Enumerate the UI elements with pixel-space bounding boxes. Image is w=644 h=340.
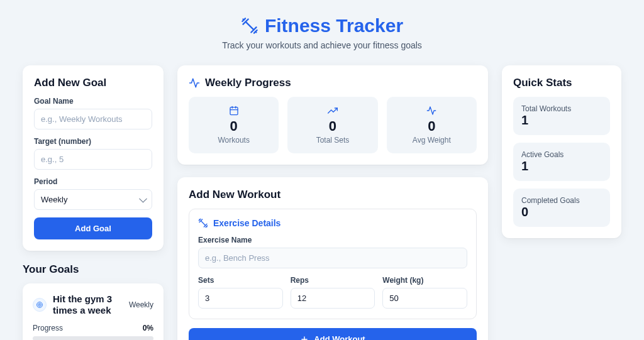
svg-point-0 xyxy=(37,302,43,308)
qstat-value: 0 xyxy=(521,205,602,219)
stat-avg-weight-label: Avg Weight xyxy=(393,136,470,145)
goal-card: Hit the gym 3 times a week Weekly Progre… xyxy=(23,283,164,340)
qstat-value: 1 xyxy=(521,113,602,128)
exercise-name-input[interactable] xyxy=(198,248,467,268)
goal-progress-value: 0% xyxy=(143,324,153,332)
page-title-text: Fitness Tracker xyxy=(265,15,403,36)
your-goals-section: Your Goals Hit the gym 3 times a week We… xyxy=(23,263,164,340)
weight-input[interactable] xyxy=(382,288,467,309)
stat-total-sets-value: 0 xyxy=(294,118,371,134)
stat-workouts-value: 0 xyxy=(195,118,272,134)
reps-label: Reps xyxy=(291,276,375,285)
dumbbell-icon xyxy=(241,17,258,35)
calendar-icon xyxy=(229,106,239,116)
your-goals-title: Your Goals xyxy=(23,263,164,276)
page-subtitle: Track your workouts and achieve your fit… xyxy=(23,40,621,50)
qstat-label: Total Workouts xyxy=(521,104,602,113)
exercise-details-title: Exercise Details xyxy=(213,218,280,228)
reps-input[interactable] xyxy=(291,288,375,309)
sets-input[interactable] xyxy=(198,288,283,309)
goal-period-label: Period xyxy=(34,177,152,186)
quick-stats-card: Quick Stats Total Workouts 1 Active Goal… xyxy=(502,65,621,238)
goal-period-select[interactable]: Weekly xyxy=(34,189,152,210)
target-icon xyxy=(33,298,47,312)
goal-name-input[interactable] xyxy=(34,109,152,129)
add-workout-title: Add New Workout xyxy=(189,189,477,201)
add-goal-button-label: Add Goal xyxy=(75,224,111,233)
stat-avg-weight-value: 0 xyxy=(393,118,470,134)
goal-name: Hit the gym 3 times a week xyxy=(53,293,123,316)
dumbbell-icon xyxy=(198,218,208,228)
trending-up-icon xyxy=(328,106,338,116)
goal-target-input[interactable] xyxy=(34,149,152,170)
exercise-details-box: Exercise Details Exercise Name Sets Reps xyxy=(189,209,477,319)
svg-point-2 xyxy=(39,304,40,305)
exercise-name-label: Exercise Name xyxy=(198,236,467,244)
add-workout-card: Add New Workout Exercise Details Exercis… xyxy=(177,177,488,340)
stat-workouts: 0 Workouts xyxy=(189,97,279,153)
svg-point-1 xyxy=(38,304,42,307)
activity-icon xyxy=(189,77,200,89)
weight-label: Weight (kg) xyxy=(382,276,467,285)
add-goal-button[interactable]: Add Goal xyxy=(34,217,152,239)
qstat-label: Active Goals xyxy=(521,150,602,159)
stat-total-sets: 0 Total Sets xyxy=(287,97,377,153)
weekly-progress-title: Weekly Progress xyxy=(205,77,291,89)
qstat-active-goals: Active Goals 1 xyxy=(513,143,610,181)
qstat-value: 1 xyxy=(521,159,602,173)
stat-total-sets-label: Total Sets xyxy=(294,136,371,145)
add-workout-button[interactable]: Add Workout xyxy=(189,328,477,340)
goal-progress-bar xyxy=(33,336,153,340)
plus-icon xyxy=(300,335,309,341)
activity-icon xyxy=(426,106,436,116)
goal-target-label: Target (number) xyxy=(34,137,152,146)
add-goal-card: Add New Goal Goal Name Target (number) P… xyxy=(23,65,164,251)
add-goal-title: Add New Goal xyxy=(34,77,152,89)
sets-label: Sets xyxy=(198,276,283,285)
page-title: Fitness Tracker xyxy=(241,15,403,36)
qstat-completed-goals: Completed Goals 0 xyxy=(513,189,610,227)
quick-stats-title: Quick Stats xyxy=(513,77,610,89)
qstat-label: Completed Goals xyxy=(521,196,602,205)
stat-avg-weight: 0 Avg Weight xyxy=(387,97,477,153)
goal-name-label: Goal Name xyxy=(34,97,152,106)
goal-period: Weekly xyxy=(129,300,153,309)
add-workout-button-label: Add Workout xyxy=(314,334,365,340)
stat-workouts-label: Workouts xyxy=(195,136,272,145)
goal-progress-label: Progress xyxy=(33,324,63,332)
qstat-total-workouts: Total Workouts 1 xyxy=(513,97,610,135)
svg-rect-3 xyxy=(230,107,238,115)
weekly-progress-card: Weekly Progress 0 Workouts 0 xyxy=(177,65,488,165)
page-header: Fitness Tracker Track your workouts and … xyxy=(23,15,621,50)
